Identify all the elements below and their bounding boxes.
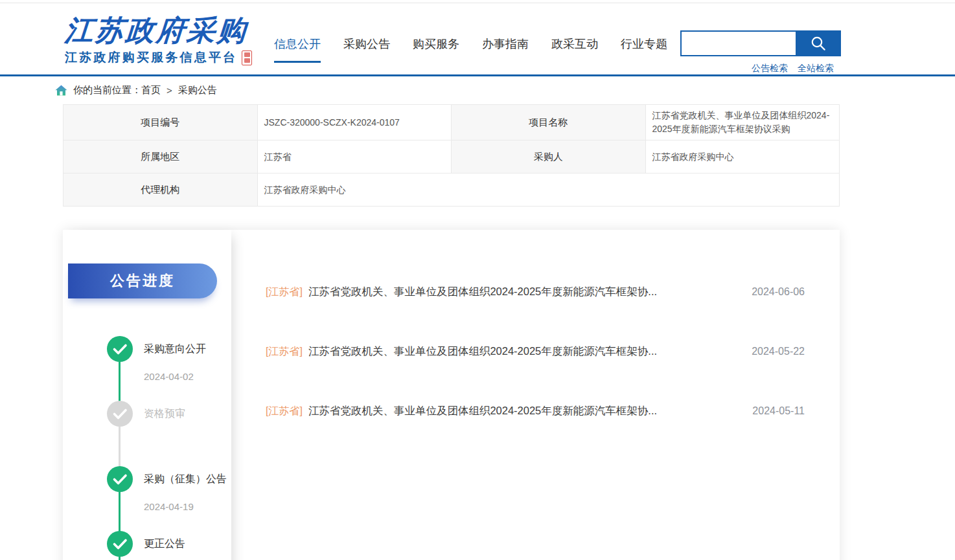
table-row: 所属地区 江苏省 采购人 江苏省政府采购中心: [63, 140, 840, 174]
search-scope-links: 公告检索 全站检索: [752, 63, 834, 74]
logo-calligraphy-title: 江苏政府采购: [63, 15, 248, 46]
announcement-region-tag: [江苏省]: [266, 405, 303, 418]
project-name-value: 江苏省党政机关、事业单位及团体组织2024-2025年度新能源汽车框架协议采购: [645, 105, 840, 140]
purchaser-value: 江苏省政府采购中心: [645, 140, 840, 174]
search-icon: [810, 35, 827, 52]
announcement-date: 2024-05-22: [752, 346, 805, 357]
agency-value: 江苏省政府采购中心: [257, 174, 840, 207]
nav-item-service-guide[interactable]: 办事指南: [482, 36, 529, 63]
search-input[interactable]: [680, 30, 796, 56]
progress-sidebar: 公告进度 采购意向公开 2024-04-02 资格预审: [63, 230, 231, 560]
project-no-value: JSZC-320000-SCZX-K2024-0107: [257, 105, 452, 140]
breadcrumb: 你的当前位置：首页 > 采购公告: [0, 76, 955, 104]
site-logo[interactable]: 江苏政府采购 江苏政府购买服务信息平台: [65, 15, 252, 66]
progress-step-label: 采购意向公开: [144, 342, 206, 356]
region-label: 所属地区: [63, 140, 258, 174]
agency-label: 代理机构: [63, 174, 258, 207]
main-nav: 信息公开 采购公告 购买服务 办事指南 政采互动 行业专题: [274, 36, 667, 63]
progress-step-date: 2024-04-19: [144, 501, 194, 512]
content-card: 公告进度 采购意向公开 2024-04-02 资格预审: [63, 230, 840, 560]
announcement-row[interactable]: [江苏省] 江苏省党政机关、事业单位及团体组织2024-2025年度新能源汽车框…: [231, 322, 840, 381]
site-search-link[interactable]: 全站检索: [798, 63, 834, 74]
announcement-date: 2024-05-11: [752, 405, 805, 417]
table-row: 代理机构 江苏省政府采购中心: [63, 174, 840, 207]
announcement-region-tag: [江苏省]: [266, 345, 303, 359]
announcement-title-link[interactable]: 江苏省党政机关、事业单位及团体组织2024-2025年度新能源汽车框架协...: [308, 285, 739, 299]
search-bar: [680, 30, 841, 56]
announcement-title-link[interactable]: 江苏省党政机关、事业单位及团体组织2024-2025年度新能源汽车框架协...: [308, 404, 739, 418]
announcement-search-link[interactable]: 公告检索: [752, 63, 788, 74]
progress-step-date: 2024-04-02: [144, 371, 194, 382]
page: 江苏政府采购 江苏政府购买服务信息平台 信息公开 采购公告 购买服务 办事指南 …: [0, 0, 955, 560]
announcement-title-link[interactable]: 江苏省党政机关、事业单位及团体组织2024-2025年度新能源汽车框架协...: [308, 344, 739, 359]
search-button[interactable]: [796, 30, 841, 56]
announcement-row[interactable]: [江苏省] 江苏省党政机关、事业单位及团体组织2024-2025年度新能源汽车框…: [231, 381, 840, 441]
red-seal-icon: [242, 50, 252, 65]
project-name-label: 项目名称: [452, 105, 646, 140]
breadcrumb-prefix: 你的当前位置：: [73, 84, 141, 96]
site-header: 江苏政府采购 江苏政府购买服务信息平台 信息公开 采购公告 购买服务 办事指南 …: [0, 3, 955, 74]
announcement-region-tag: [江苏省]: [266, 286, 303, 299]
breadcrumb-home-link[interactable]: 首页: [141, 84, 161, 96]
project-no-label: 项目编号: [63, 105, 258, 140]
breadcrumb-separator: >: [167, 85, 172, 96]
project-info-table: 项目编号 JSZC-320000-SCZX-K2024-0107 项目名称 江苏…: [63, 104, 840, 207]
progress-step-label: 采购（征集）公告: [144, 473, 227, 486]
breadcrumb-current: 采购公告: [178, 84, 217, 96]
nav-item-interaction[interactable]: 政采互动: [551, 36, 598, 63]
announcement-row[interactable]: [江苏省] 江苏省党政机关、事业单位及团体组织2024-2025年度新能源汽车框…: [231, 262, 840, 322]
nav-item-procurement-notices[interactable]: 采购公告: [343, 36, 390, 63]
table-row: 项目编号 JSZC-320000-SCZX-K2024-0107 项目名称 江苏…: [63, 105, 840, 140]
announcement-list: [江苏省] 江苏省党政机关、事业单位及团体组织2024-2025年度新能源汽车框…: [231, 230, 840, 560]
check-circle-icon: [107, 336, 133, 362]
region-value: 江苏省: [257, 140, 452, 174]
logo-subtitle: 江苏政府购买服务信息平台: [65, 49, 237, 66]
home-icon: [55, 85, 67, 96]
announcement-date: 2024-06-06: [752, 286, 805, 298]
check-circle-icon: [107, 531, 133, 557]
progress-banner: 公告进度: [68, 263, 217, 298]
check-circle-icon: [107, 466, 133, 492]
nav-item-purchase-services[interactable]: 购买服务: [413, 36, 459, 63]
progress-step-label: 更正公告: [144, 537, 185, 551]
check-circle-icon-pending: [107, 401, 133, 427]
purchaser-label: 采购人: [452, 140, 646, 174]
nav-item-info-disclosure[interactable]: 信息公开: [274, 36, 321, 63]
nav-item-industry-topics[interactable]: 行业专题: [621, 36, 667, 63]
progress-step-label: 资格预审: [144, 407, 185, 421]
